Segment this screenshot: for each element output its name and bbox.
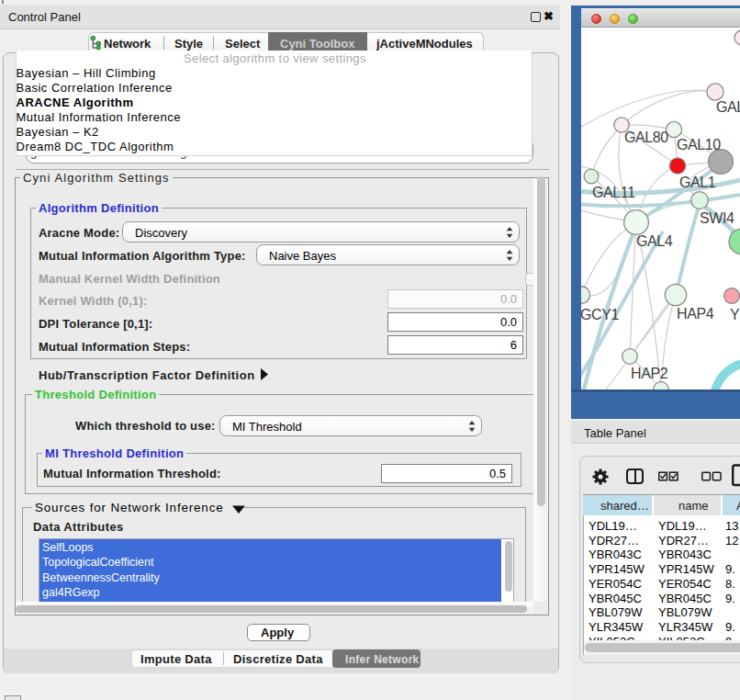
svg-text:GAL1: GAL1 <box>679 175 716 190</box>
svg-text:GAL4: GAL4 <box>636 233 673 249</box>
svg-text:GAL: GAL <box>716 99 740 115</box>
svg-text:HAP2: HAP2 <box>631 366 668 381</box>
svg-text:GAL11: GAL11 <box>592 185 635 200</box>
svg-text:HAP4: HAP4 <box>677 306 714 322</box>
svg-text:GAL10: GAL10 <box>677 137 721 152</box>
svg-text:GAL80: GAL80 <box>624 130 668 145</box>
svg-text:SWI4: SWI4 <box>700 210 734 226</box>
svg-text:GCY1: GCY1 <box>581 307 619 322</box>
svg-text:Y: Y <box>730 307 740 322</box>
